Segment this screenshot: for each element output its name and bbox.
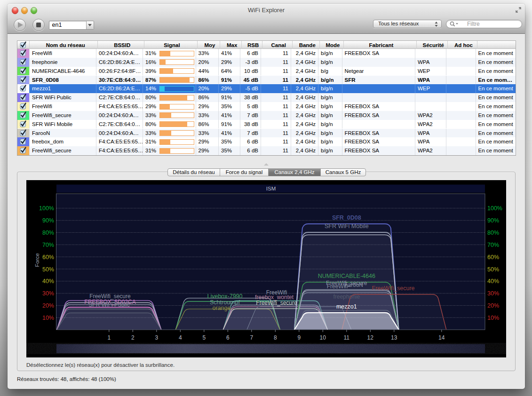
svg-text:90%: 90% [42,217,54,224]
svg-text:100%: 100% [39,205,54,212]
svg-text:Livebox-7990: Livebox-7990 [207,293,242,300]
svg-text:FreeWifi_secure: FreeWifi_secure [372,285,415,292]
svg-text:70%: 70% [42,242,54,248]
svg-text:ISM: ISM [266,186,276,191]
svg-text:FreeWifi_secure: FreeWifi_secure [256,300,297,306]
svg-text:7: 7 [250,334,253,341]
svg-text:5: 5 [202,334,206,341]
svg-text:80%: 80% [42,230,54,236]
svg-text:20%: 20% [42,302,54,309]
svg-text:NUMERICABLE-4646: NUMERICABLE-4646 [318,273,375,279]
svg-text:4: 4 [179,334,182,341]
svg-text:orange: orange [213,305,231,311]
svg-text:10: 10 [320,334,326,341]
svg-text:6: 6 [226,334,230,341]
svg-text:30%: 30% [487,290,499,297]
svg-text:8: 8 [274,334,277,341]
svg-text:3: 3 [155,334,158,341]
svg-text:40%: 40% [487,278,499,285]
svg-text:100%: 100% [487,205,502,212]
svg-text:80%: 80% [487,230,499,236]
svg-text:14: 14 [438,334,445,341]
svg-text:40%: 40% [42,278,54,285]
svg-text:13: 13 [391,334,397,341]
svg-text:FarooN: FarooN [344,282,363,288]
svg-text:70%: 70% [487,242,499,248]
svg-text:60%: 60% [487,254,499,261]
svg-text:Force: Force [34,253,40,267]
svg-text:10%: 10% [42,315,54,321]
svg-text:11: 11 [344,334,350,341]
svg-text:50%: 50% [42,266,54,273]
svg-text:60%: 60% [42,254,54,261]
svg-text:1: 1 [107,334,111,341]
svg-text:SFR WiFi Public: SFR WiFi Public [88,301,129,308]
svg-text:12: 12 [367,334,374,341]
svg-text:90%: 90% [487,217,499,224]
svg-text:SFR WiFi Mobile: SFR WiFi Mobile [325,223,369,230]
svg-text:20%: 20% [487,302,499,309]
svg-text:freephonie: freephonie [333,293,360,300]
svg-text:10%: 10% [487,315,499,321]
svg-text:50%: 50% [487,266,499,273]
svg-text:30%: 30% [42,290,54,297]
svg-text:SFR_0D08: SFR_0D08 [332,214,361,221]
svg-text:mezzo1: mezzo1 [336,303,357,310]
svg-text:2: 2 [131,334,135,341]
svg-text:9: 9 [297,334,301,341]
